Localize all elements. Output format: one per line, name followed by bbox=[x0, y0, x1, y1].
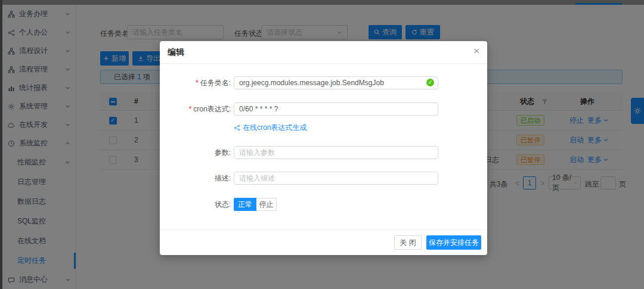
class-name-input[interactable] bbox=[234, 76, 438, 89]
status-normal-option[interactable]: 正常 bbox=[234, 198, 256, 211]
param-input[interactable] bbox=[234, 146, 438, 159]
cron-generator-link[interactable]: 在线cron表达式生成 bbox=[234, 123, 306, 133]
status-stop-option[interactable]: 停止 bbox=[256, 198, 277, 211]
cron-generator-link-label: 在线cron表达式生成 bbox=[243, 123, 306, 133]
param-label: 参数: bbox=[160, 146, 231, 159]
modal-close-button[interactable]: 关 闭 bbox=[394, 235, 422, 250]
share-icon bbox=[234, 125, 240, 131]
cron-input[interactable] bbox=[234, 102, 438, 116]
cron-label: *cron表达式: bbox=[160, 102, 231, 116]
modal-footer: 关 闭 保存并安排任务 bbox=[160, 229, 487, 255]
class-name-label: *任务类名: bbox=[160, 76, 231, 89]
status-toggle: 正常 停止 bbox=[234, 198, 277, 211]
close-icon[interactable]: × bbox=[473, 45, 479, 57]
valid-check-icon: ✓ bbox=[426, 79, 434, 86]
desc-label: 描述: bbox=[160, 172, 231, 185]
modal-title: 编辑 bbox=[168, 47, 184, 58]
modal-header: 编辑 × bbox=[160, 41, 487, 64]
modal-save-button[interactable]: 保存并安排任务 bbox=[426, 235, 481, 250]
edit-modal: 编辑 × *任务类名: ✓ *cron表达式: 在线cron表达式生成 参数: … bbox=[160, 41, 487, 255]
app-canvas: 业务办理 个人办公 流程设计 流程管理 统计报表 系统管理 bbox=[0, 0, 644, 289]
status-label: 状态: bbox=[160, 198, 231, 211]
desc-input[interactable] bbox=[234, 172, 438, 185]
